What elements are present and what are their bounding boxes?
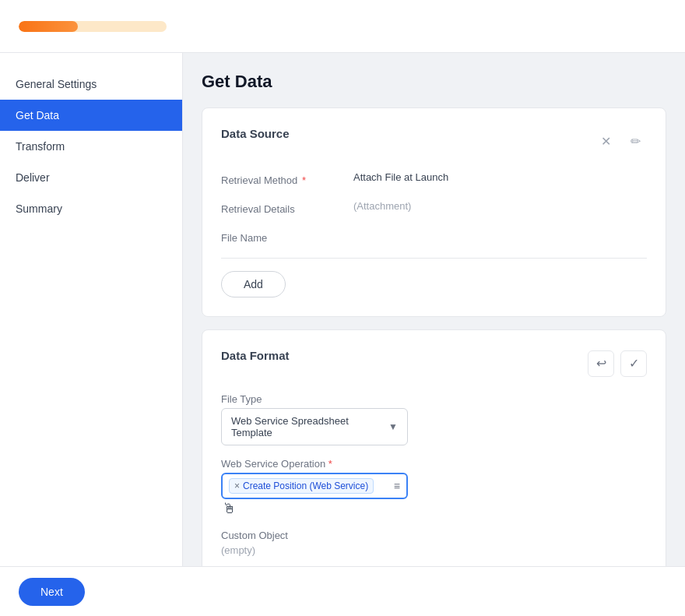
content-area: Get Data Data Source ✕ ✏ Retrieval Metho…	[183, 53, 685, 566]
add-button[interactable]: Add	[221, 271, 286, 297]
sidebar-item-get-data[interactable]: Get Data	[0, 100, 182, 131]
sidebar-item-deliver[interactable]: Deliver	[0, 162, 182, 193]
file-type-chevron-icon: ▼	[388, 421, 398, 432]
retrieval-details-label: Retrieval Details	[221, 200, 353, 215]
top-bar	[0, 0, 685, 53]
retrieval-method-row: Retrieval Method * Attach File at Launch	[221, 171, 647, 186]
mouse-cursor-indicator: 🖱	[221, 501, 647, 517]
file-name-label: File Name	[221, 229, 353, 244]
sidebar: General Settings Get Data Transform Deli…	[0, 53, 183, 566]
data-source-clear-button[interactable]: ✕	[594, 130, 617, 153]
file-type-value: Web Service Spreadsheet Template	[231, 415, 388, 438]
web-service-operation-tag: × Create Position (Web Service)	[229, 478, 374, 494]
main-layout: General Settings Get Data Transform Deli…	[0, 53, 685, 566]
divider	[221, 258, 647, 259]
web-service-operation-label: Web Service Operation *	[221, 458, 647, 470]
progress-bar-fill	[19, 21, 78, 32]
sidebar-item-summary[interactable]: Summary	[0, 193, 182, 224]
retrieval-details-value: (Attachment)	[353, 200, 411, 212]
progress-bar	[19, 21, 167, 32]
data-format-card-icons: ↩ ✓	[588, 350, 647, 377]
tag-label: Create Position (Web Service)	[243, 480, 368, 491]
data-format-card-header: Data Format ↩ ✓	[221, 349, 647, 378]
data-format-undo-button[interactable]: ↩	[588, 350, 614, 377]
page-title: Get Data	[202, 72, 666, 92]
custom-object-group: Custom Object (empty)	[221, 530, 647, 556]
data-format-card-title: Data Format	[221, 349, 290, 362]
retrieval-method-value: Attach File at Launch	[353, 171, 448, 183]
retrieval-method-label: Retrieval Method *	[221, 171, 353, 186]
data-format-card: Data Format ↩ ✓ File Type Web Service Sp…	[202, 329, 666, 566]
data-source-card-icons: ✕ ✏	[594, 130, 647, 153]
sidebar-item-transform[interactable]: Transform	[0, 131, 182, 162]
custom-object-label: Custom Object	[221, 530, 647, 541]
data-source-edit-button[interactable]: ✏	[624, 130, 647, 153]
sidebar-item-general-settings[interactable]: General Settings	[0, 69, 182, 100]
tag-close-icon[interactable]: ×	[234, 480, 240, 491]
retrieval-details-row: Retrieval Details (Attachment)	[221, 200, 647, 215]
web-service-operation-group: Web Service Operation * × Create Positio…	[221, 458, 647, 517]
file-name-row: File Name	[221, 229, 647, 244]
file-type-select[interactable]: Web Service Spreadsheet Template ▼	[221, 408, 408, 445]
data-source-card-header: Data Source ✕ ✏	[221, 127, 647, 156]
data-source-card: Data Source ✕ ✏ Retrieval Method * Attac…	[202, 107, 666, 317]
web-service-operation-input[interactable]: × Create Position (Web Service) ≡	[221, 473, 408, 499]
data-format-confirm-button[interactable]: ✓	[620, 350, 647, 377]
file-type-group: File Type Web Service Spreadsheet Templa…	[221, 393, 647, 445]
bottom-bar: Next	[0, 566, 685, 616]
next-button[interactable]: Next	[19, 578, 85, 606]
custom-object-value: (empty)	[221, 544, 647, 556]
tag-menu-icon[interactable]: ≡	[394, 480, 400, 492]
file-type-label: File Type	[221, 393, 647, 405]
data-source-card-title: Data Source	[221, 127, 290, 140]
